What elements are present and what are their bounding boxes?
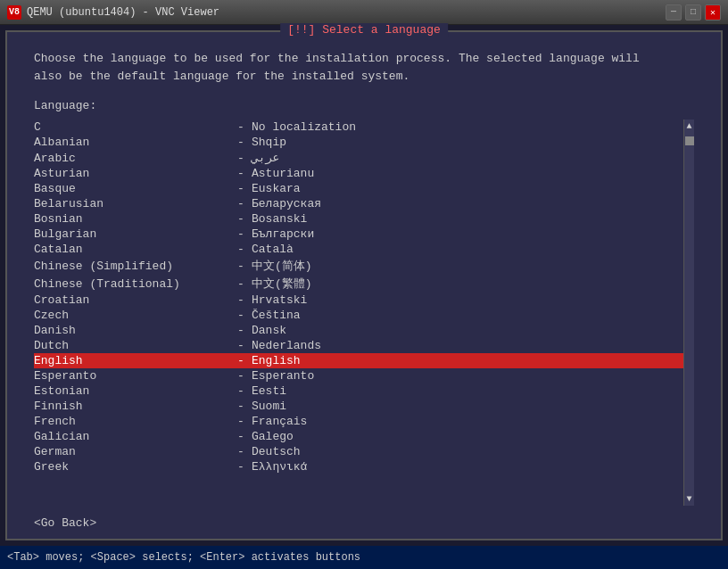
- scrollbar[interactable]: ▲ ▼: [683, 120, 694, 506]
- list-item[interactable]: German-Deutsch: [34, 444, 683, 459]
- language-native: 中文(繁體): [252, 276, 312, 292]
- scroll-thumb[interactable]: [685, 136, 694, 145]
- status-bar: <Tab> moves; <Space> selects; <Enter> ac…: [0, 546, 728, 569]
- list-item[interactable]: Albanian-Shqip: [34, 135, 683, 150]
- language-name: C: [34, 120, 230, 134]
- language-native: Asturianu: [252, 167, 314, 180]
- list-item[interactable]: Arabic-عربي: [34, 150, 683, 166]
- list-item[interactable]: Belarusian-Беларуская: [34, 196, 683, 211]
- language-native: Galego: [252, 430, 294, 443]
- language-name: Estonian: [34, 384, 230, 398]
- list-item[interactable]: Bulgarian-Български: [34, 227, 683, 242]
- language-native: Bosanski: [252, 212, 307, 226]
- language-name: English: [34, 354, 230, 367]
- language-native: Esperanto: [252, 369, 314, 383]
- title-bar: V8 QEMU (ubuntu1404) - VNC Viewer ─ □ ✕: [0, 0, 728, 25]
- list-item[interactable]: Dutch-Nederlands: [34, 338, 683, 353]
- language-dash: -: [230, 260, 252, 273]
- language-native: Български: [252, 227, 314, 241]
- language-native: Čeština: [252, 309, 301, 322]
- description: Choose the language to be used for the i…: [34, 50, 694, 85]
- list-item[interactable]: Esperanto-Esperanto: [34, 368, 683, 383]
- minimize-button[interactable]: ─: [666, 4, 682, 21]
- go-back-button[interactable]: <Go Back>: [34, 516, 694, 530]
- list-item[interactable]: Greek-Ελληνικά: [34, 459, 683, 474]
- language-dash: -: [230, 354, 252, 367]
- list-item[interactable]: Chinese (Simplified)-中文(简体): [34, 257, 683, 275]
- language-name: Catalan: [34, 243, 230, 256]
- language-native: Français: [252, 415, 307, 428]
- list-item[interactable]: Basque-Euskara: [34, 181, 683, 196]
- maximize-button[interactable]: □: [685, 4, 701, 21]
- language-dash: -: [230, 167, 252, 180]
- language-native: Deutsch: [252, 445, 301, 458]
- language-list-container: C-No localizationAlbanian-ShqipArabic-عر…: [34, 120, 694, 506]
- close-button[interactable]: ✕: [705, 4, 721, 21]
- main-window: V8 QEMU (ubuntu1404) - VNC Viewer ─ □ ✕ …: [0, 0, 728, 569]
- description-line1: Choose the language to be used for the i…: [34, 50, 694, 68]
- list-item[interactable]: French-Français: [34, 414, 683, 429]
- list-item[interactable]: Catalan-Català: [34, 242, 683, 257]
- language-native: Eesti: [252, 384, 286, 398]
- language-name: Esperanto: [34, 369, 230, 383]
- language-native: English: [252, 354, 301, 367]
- list-item[interactable]: Czech-Čeština: [34, 308, 683, 323]
- language-dash: -: [230, 445, 252, 458]
- installer-title: [!!] Select a language: [280, 23, 448, 37]
- language-name: Basque: [34, 182, 230, 195]
- status-text: <Tab> moves; <Space> selects; <Enter> ac…: [7, 551, 360, 564]
- language-name: Asturian: [34, 167, 230, 180]
- list-item[interactable]: Croatian-Hrvatski: [34, 293, 683, 308]
- language-dash: -: [230, 400, 252, 413]
- list-item[interactable]: Chinese (Traditional)-中文(繁體): [34, 275, 683, 293]
- language-name: Croatian: [34, 293, 230, 307]
- language-name: Bulgarian: [34, 227, 230, 241]
- language-native: Ελληνικά: [252, 460, 307, 474]
- language-name: Greek: [34, 460, 230, 474]
- language-dash: -: [230, 120, 252, 134]
- window-title: QEMU (ubuntu1404) - VNC Viewer: [27, 6, 666, 19]
- language-name: Chinese (Simplified): [34, 260, 230, 273]
- language-list[interactable]: C-No localizationAlbanian-ShqipArabic-عر…: [34, 120, 683, 506]
- scroll-up-icon[interactable]: ▲: [684, 120, 693, 133]
- language-dash: -: [230, 182, 252, 195]
- language-dash: -: [230, 197, 252, 210]
- main-content: [!!] Select a language Choose the langua…: [0, 25, 728, 546]
- language-name: Belarusian: [34, 197, 230, 210]
- app-icon: V8: [7, 5, 21, 20]
- language-dash: -: [230, 384, 252, 398]
- language-native: 中文(简体): [252, 258, 312, 274]
- language-native: No localization: [252, 120, 356, 134]
- installer-window: [!!] Select a language Choose the langua…: [5, 30, 723, 540]
- language-native: Euskara: [252, 182, 301, 195]
- language-label: Language:: [34, 99, 694, 112]
- language-dash: -: [230, 293, 252, 307]
- language-dash: -: [230, 243, 252, 256]
- installer-body: Choose the language to be used for the i…: [7, 32, 721, 539]
- description-line2: also be the default language for the ins…: [34, 68, 694, 86]
- language-name: Dutch: [34, 339, 230, 352]
- list-item[interactable]: Danish-Dansk: [34, 323, 683, 338]
- language-dash: -: [230, 415, 252, 428]
- language-native: Dansk: [252, 324, 286, 337]
- language-dash: -: [230, 460, 252, 474]
- scroll-down-icon[interactable]: ▼: [684, 492, 693, 506]
- language-native: Hrvatski: [252, 293, 307, 307]
- list-item[interactable]: Bosnian-Bosanski: [34, 211, 683, 227]
- language-name: Czech: [34, 309, 230, 322]
- list-item[interactable]: C-No localization: [34, 120, 683, 135]
- language-native: Nederlands: [252, 339, 321, 352]
- language-dash: -: [230, 277, 252, 291]
- language-name: Galician: [34, 430, 230, 443]
- language-name: French: [34, 415, 230, 428]
- list-item[interactable]: Estonian-Eesti: [34, 383, 683, 399]
- list-item[interactable]: Asturian-Asturianu: [34, 166, 683, 181]
- list-item[interactable]: English-English: [34, 353, 683, 368]
- list-item[interactable]: Galician-Galego: [34, 429, 683, 444]
- language-name: Finnish: [34, 400, 230, 413]
- language-dash: -: [230, 152, 252, 165]
- list-item[interactable]: Finnish-Suomi: [34, 399, 683, 414]
- language-dash: -: [230, 136, 252, 149]
- language-name: German: [34, 445, 230, 458]
- language-dash: -: [230, 339, 252, 352]
